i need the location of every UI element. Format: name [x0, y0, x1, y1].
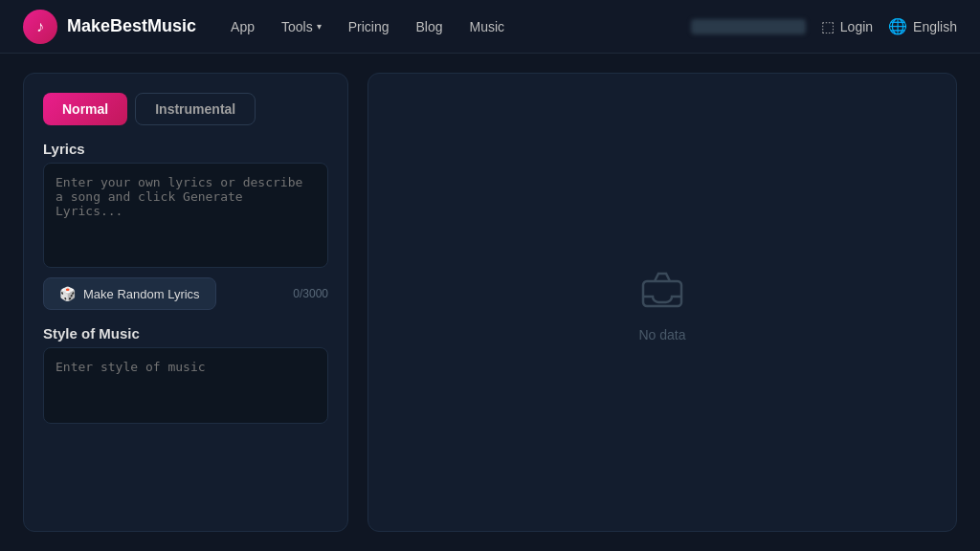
logo-symbol: ♪: [36, 18, 44, 35]
nav-app[interactable]: App: [231, 19, 255, 34]
nav-tools[interactable]: Tools ▾: [281, 19, 322, 34]
make-random-lyrics-button[interactable]: 🎲 Make Random Lyrics: [43, 277, 216, 310]
lyrics-footer: 🎲 Make Random Lyrics 0/3000: [43, 277, 328, 310]
redacted-area: [691, 19, 806, 34]
logo-area[interactable]: ♪ MakeBestMusic: [23, 10, 196, 44]
nav-blog[interactable]: Blog: [415, 19, 442, 34]
style-label: Style of Music: [43, 325, 328, 342]
style-input[interactable]: [43, 347, 328, 424]
no-data-icon: [635, 262, 689, 316]
language-button[interactable]: 🌐 English: [888, 17, 957, 35]
lyrics-input[interactable]: [43, 163, 328, 268]
login-label: Login: [840, 19, 873, 34]
right-panel: No data: [368, 73, 957, 532]
logo-icon: ♪: [23, 10, 57, 44]
nav-music[interactable]: Music: [470, 19, 505, 34]
no-data-text: No data: [638, 327, 685, 342]
dice-icon: 🎲: [59, 286, 76, 301]
lang-label: English: [913, 19, 957, 34]
lyrics-label: Lyrics: [43, 141, 328, 157]
nav-tools-label: Tools: [281, 19, 313, 34]
main-content: Normal Instrumental Lyrics 🎲 Make Random…: [0, 54, 980, 551]
nav-links: App Tools ▾ Pricing Blog Music: [231, 19, 504, 34]
globe-icon: 🌐: [888, 17, 907, 35]
mode-tabs: Normal Instrumental: [43, 93, 328, 125]
chevron-down-icon: ▾: [317, 21, 322, 32]
tab-instrumental[interactable]: Instrumental: [135, 93, 256, 125]
left-panel: Normal Instrumental Lyrics 🎲 Make Random…: [23, 73, 348, 532]
logo-text: MakeBestMusic: [67, 16, 196, 36]
style-section: Style of Music: [43, 325, 328, 424]
header-right: ⬚ Login 🌐 English: [821, 17, 957, 35]
char-count: 0/3000: [293, 287, 328, 300]
tab-normal[interactable]: Normal: [43, 93, 127, 125]
nav-pricing[interactable]: Pricing: [348, 19, 390, 34]
make-random-label: Make Random Lyrics: [83, 287, 200, 301]
lyrics-section: Lyrics 🎲 Make Random Lyrics 0/3000: [43, 141, 328, 310]
login-icon: ⬚: [821, 18, 835, 35]
login-button[interactable]: ⬚ Login: [821, 18, 873, 35]
header: ♪ MakeBestMusic App Tools ▾ Pricing Blog…: [0, 0, 980, 54]
